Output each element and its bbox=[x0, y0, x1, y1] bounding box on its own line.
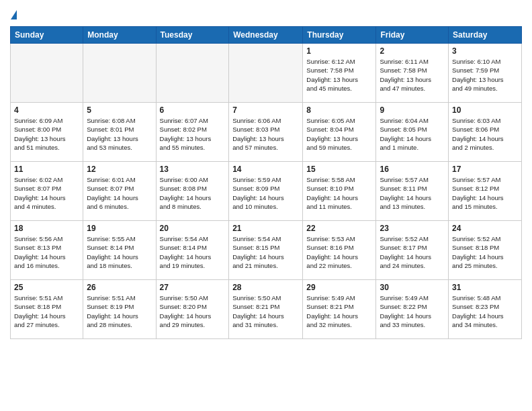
day-number: 24 bbox=[452, 224, 518, 233]
day-number: 8 bbox=[306, 105, 372, 115]
calendar-container: SundayMondayTuesdayWednesdayThursdayFrid… bbox=[0, 0, 532, 349]
calendar-day-30: 30Sunrise: 5:49 AM Sunset: 8:22 PM Dayli… bbox=[376, 280, 449, 339]
day-number: 9 bbox=[380, 105, 445, 115]
day-info: Sunrise: 6:07 AM Sunset: 8:02 PM Dayligh… bbox=[160, 116, 226, 152]
day-number: 17 bbox=[452, 165, 518, 174]
calendar-week-1: 1Sunrise: 6:12 AM Sunset: 7:58 PM Daylig… bbox=[11, 44, 522, 103]
day-header-wednesday: Wednesday bbox=[229, 27, 303, 44]
day-number: 6 bbox=[160, 105, 226, 115]
day-info: Sunrise: 5:57 AM Sunset: 8:11 PM Dayligh… bbox=[380, 175, 445, 211]
calendar-day-15: 15Sunrise: 5:58 AM Sunset: 8:10 PM Dayli… bbox=[303, 162, 376, 221]
calendar-day-1: 1Sunrise: 6:12 AM Sunset: 7:58 PM Daylig… bbox=[303, 44, 376, 103]
day-number: 20 bbox=[160, 224, 226, 233]
day-number: 3 bbox=[452, 46, 518, 56]
calendar-day-17: 17Sunrise: 5:57 AM Sunset: 8:12 PM Dayli… bbox=[449, 162, 522, 221]
calendar-day-23: 23Sunrise: 5:52 AM Sunset: 8:17 PM Dayli… bbox=[376, 221, 449, 280]
calendar-day-29: 29Sunrise: 5:49 AM Sunset: 8:21 PM Dayli… bbox=[303, 280, 376, 339]
calendar-week-2: 4Sunrise: 6:09 AM Sunset: 8:00 PM Daylig… bbox=[11, 103, 522, 162]
day-number: 10 bbox=[452, 105, 518, 115]
calendar-day-25: 25Sunrise: 5:51 AM Sunset: 8:18 PM Dayli… bbox=[11, 280, 83, 339]
calendar-day-4: 4Sunrise: 6:09 AM Sunset: 8:00 PM Daylig… bbox=[11, 103, 83, 162]
day-number: 28 bbox=[232, 283, 299, 292]
logo-icon bbox=[11, 10, 17, 19]
day-number: 13 bbox=[160, 165, 226, 174]
day-info: Sunrise: 5:54 AM Sunset: 8:15 PM Dayligh… bbox=[232, 234, 299, 270]
day-info: Sunrise: 5:58 AM Sunset: 8:10 PM Dayligh… bbox=[306, 175, 372, 211]
day-header-sunday: Sunday bbox=[11, 27, 83, 44]
calendar-day-21: 21Sunrise: 5:54 AM Sunset: 8:15 PM Dayli… bbox=[229, 221, 303, 280]
calendar-day-24: 24Sunrise: 5:52 AM Sunset: 8:18 PM Dayli… bbox=[449, 221, 522, 280]
calendar-week-5: 25Sunrise: 5:51 AM Sunset: 8:18 PM Dayli… bbox=[11, 280, 522, 339]
day-info: Sunrise: 5:49 AM Sunset: 8:21 PM Dayligh… bbox=[306, 293, 372, 329]
calendar-day-22: 22Sunrise: 5:53 AM Sunset: 8:16 PM Dayli… bbox=[303, 221, 376, 280]
calendar-day-13: 13Sunrise: 6:00 AM Sunset: 8:08 PM Dayli… bbox=[156, 162, 229, 221]
calendar-day-20: 20Sunrise: 5:54 AM Sunset: 8:14 PM Dayli… bbox=[156, 221, 229, 280]
day-header-saturday: Saturday bbox=[449, 27, 522, 44]
day-info: Sunrise: 5:55 AM Sunset: 8:14 PM Dayligh… bbox=[87, 234, 152, 270]
day-number: 19 bbox=[87, 224, 152, 233]
day-info: Sunrise: 5:48 AM Sunset: 8:23 PM Dayligh… bbox=[452, 293, 518, 329]
calendar-day-12: 12Sunrise: 6:01 AM Sunset: 8:07 PM Dayli… bbox=[83, 162, 156, 221]
calendar-day-empty bbox=[156, 44, 229, 103]
day-info: Sunrise: 6:04 AM Sunset: 8:05 PM Dayligh… bbox=[380, 116, 445, 152]
day-number: 21 bbox=[232, 224, 299, 233]
calendar-day-2: 2Sunrise: 6:11 AM Sunset: 7:58 PM Daylig… bbox=[376, 44, 449, 103]
calendar-day-5: 5Sunrise: 6:08 AM Sunset: 8:01 PM Daylig… bbox=[83, 103, 156, 162]
day-info: Sunrise: 5:53 AM Sunset: 8:16 PM Dayligh… bbox=[306, 234, 372, 270]
day-info: Sunrise: 6:09 AM Sunset: 8:00 PM Dayligh… bbox=[14, 116, 79, 152]
day-number: 1 bbox=[306, 46, 372, 56]
day-number: 7 bbox=[232, 105, 299, 115]
calendar-day-10: 10Sunrise: 6:03 AM Sunset: 8:06 PM Dayli… bbox=[449, 103, 522, 162]
day-info: Sunrise: 5:54 AM Sunset: 8:14 PM Dayligh… bbox=[160, 234, 226, 270]
day-header-monday: Monday bbox=[83, 27, 156, 44]
day-info: Sunrise: 6:02 AM Sunset: 8:07 PM Dayligh… bbox=[14, 175, 79, 211]
calendar-day-empty bbox=[229, 44, 303, 103]
day-info: Sunrise: 6:01 AM Sunset: 8:07 PM Dayligh… bbox=[87, 175, 152, 211]
calendar-day-3: 3Sunrise: 6:10 AM Sunset: 7:59 PM Daylig… bbox=[449, 44, 522, 103]
calendar-day-9: 9Sunrise: 6:04 AM Sunset: 8:05 PM Daylig… bbox=[376, 103, 449, 162]
calendar-day-14: 14Sunrise: 5:59 AM Sunset: 8:09 PM Dayli… bbox=[229, 162, 303, 221]
day-info: Sunrise: 6:03 AM Sunset: 8:06 PM Dayligh… bbox=[452, 116, 518, 152]
calendar-day-19: 19Sunrise: 5:55 AM Sunset: 8:14 PM Dayli… bbox=[83, 221, 156, 280]
day-info: Sunrise: 5:57 AM Sunset: 8:12 PM Dayligh… bbox=[452, 175, 518, 211]
day-info: Sunrise: 6:05 AM Sunset: 8:04 PM Dayligh… bbox=[306, 116, 372, 152]
day-number: 26 bbox=[87, 283, 152, 292]
day-info: Sunrise: 5:59 AM Sunset: 8:09 PM Dayligh… bbox=[232, 175, 299, 211]
calendar-day-empty bbox=[83, 44, 156, 103]
day-info: Sunrise: 5:51 AM Sunset: 8:18 PM Dayligh… bbox=[14, 293, 79, 329]
day-number: 29 bbox=[306, 283, 372, 292]
day-info: Sunrise: 6:08 AM Sunset: 8:01 PM Dayligh… bbox=[87, 116, 152, 152]
day-number: 12 bbox=[87, 165, 152, 174]
day-number: 16 bbox=[380, 165, 445, 174]
day-info: Sunrise: 6:11 AM Sunset: 7:58 PM Dayligh… bbox=[380, 57, 445, 93]
day-info: Sunrise: 5:50 AM Sunset: 8:20 PM Dayligh… bbox=[160, 293, 226, 329]
day-number: 31 bbox=[452, 283, 518, 292]
calendar-day-empty bbox=[11, 44, 83, 103]
day-number: 23 bbox=[380, 224, 445, 233]
calendar-day-31: 31Sunrise: 5:48 AM Sunset: 8:23 PM Dayli… bbox=[449, 280, 522, 339]
calendar-day-8: 8Sunrise: 6:05 AM Sunset: 8:04 PM Daylig… bbox=[303, 103, 376, 162]
header bbox=[10, 7, 522, 21]
calendar-header-row: SundayMondayTuesdayWednesdayThursdayFrid… bbox=[11, 27, 522, 44]
calendar-day-7: 7Sunrise: 6:06 AM Sunset: 8:03 PM Daylig… bbox=[229, 103, 303, 162]
day-info: Sunrise: 5:56 AM Sunset: 8:13 PM Dayligh… bbox=[14, 234, 79, 270]
day-number: 14 bbox=[232, 165, 299, 174]
calendar-day-27: 27Sunrise: 5:50 AM Sunset: 8:20 PM Dayli… bbox=[156, 280, 229, 339]
day-info: Sunrise: 5:52 AM Sunset: 8:17 PM Dayligh… bbox=[380, 234, 445, 270]
day-number: 25 bbox=[14, 283, 79, 292]
day-info: Sunrise: 6:00 AM Sunset: 8:08 PM Dayligh… bbox=[160, 175, 226, 211]
day-number: 27 bbox=[160, 283, 226, 292]
day-number: 18 bbox=[14, 224, 79, 233]
calendar-day-18: 18Sunrise: 5:56 AM Sunset: 8:13 PM Dayli… bbox=[11, 221, 83, 280]
day-number: 2 bbox=[380, 46, 445, 56]
day-header-thursday: Thursday bbox=[303, 27, 376, 44]
calendar-day-11: 11Sunrise: 6:02 AM Sunset: 8:07 PM Dayli… bbox=[11, 162, 83, 221]
calendar-table: SundayMondayTuesdayWednesdayThursdayFrid… bbox=[10, 26, 522, 339]
day-info: Sunrise: 5:50 AM Sunset: 8:21 PM Dayligh… bbox=[232, 293, 299, 329]
day-number: 5 bbox=[87, 105, 152, 115]
day-number: 4 bbox=[14, 105, 79, 115]
day-number: 11 bbox=[14, 165, 79, 174]
day-number: 15 bbox=[306, 165, 372, 174]
calendar-week-4: 18Sunrise: 5:56 AM Sunset: 8:13 PM Dayli… bbox=[11, 221, 522, 280]
day-number: 22 bbox=[306, 224, 372, 233]
